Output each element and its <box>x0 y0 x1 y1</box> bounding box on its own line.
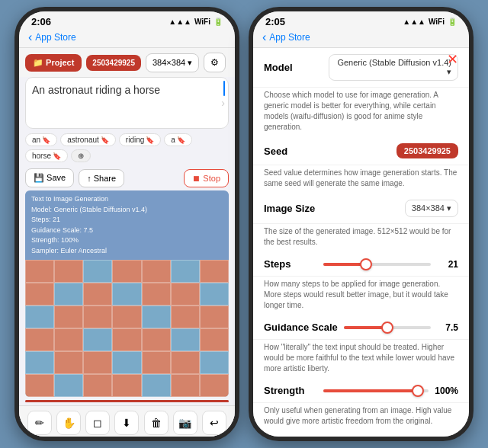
image-size-value: 384×384 ▾ <box>412 203 451 213</box>
left-time: 2:06 <box>31 16 51 27</box>
close-button[interactable]: ✕ <box>447 51 458 68</box>
tag-astronaut[interactable]: astronaut 🔖 <box>60 133 116 146</box>
grid-cell <box>83 351 112 374</box>
seed-button[interactable]: 2503429925 <box>86 55 141 71</box>
save-button[interactable]: 💾 Save <box>25 168 74 187</box>
seed-setting-row: Seed 2503429925 <box>253 137 469 165</box>
guidance-slider-thumb[interactable] <box>381 322 393 334</box>
grid-cell <box>25 306 54 328</box>
left-nav-bar: ‹ App Store <box>19 29 235 48</box>
expand-arrow-icon[interactable]: › <box>221 97 225 109</box>
tag-an[interactable]: an 🔖 <box>25 133 57 146</box>
tag-close-astronaut[interactable]: 🔖 <box>101 136 109 144</box>
seed-value[interactable]: 2503429925 <box>396 143 458 158</box>
grid-cell <box>200 260 229 283</box>
grid-cell <box>112 328 141 351</box>
left-phone: 2:06 ▲▲▲ WiFi 🔋 ‹ App Store 📁 Project 25… <box>14 7 239 441</box>
grid-cell <box>171 374 200 397</box>
info-line4: Guidance Scale: 7.5 <box>31 226 223 236</box>
grid-cell <box>25 260 54 283</box>
tag-close-horse[interactable]: 🔖 <box>53 152 61 160</box>
share-button[interactable]: ↑ Share <box>79 169 124 187</box>
image-size-select[interactable]: 384×384 ▾ <box>405 200 458 217</box>
grid-cell <box>25 283 54 306</box>
grid-cell <box>200 306 229 328</box>
wifi-icon: WiFi <box>194 18 210 26</box>
strength-value: 100% <box>435 386 458 396</box>
stop-button[interactable]: ⏹ Stop <box>184 169 229 187</box>
strength-slider-fill <box>323 389 418 392</box>
model-value: Generic (Stable Diffusion v1.4) ▾ <box>336 58 451 77</box>
grid-cell <box>83 328 112 351</box>
guidance-description: How "literally" the text input should be… <box>253 342 469 379</box>
left-status-bar: 2:06 ▲▲▲ WiFi 🔋 <box>19 11 235 29</box>
project-button[interactable]: 📁 Project <box>25 54 82 72</box>
progress-bar-container <box>25 400 229 402</box>
strength-slider-thumb[interactable] <box>412 385 424 397</box>
settings-content: Model Generic (Stable Diffusion v1.4) ▾ … <box>253 48 469 437</box>
tag-a[interactable]: a 🔖 <box>164 133 192 146</box>
right-time: 2:05 <box>265 16 285 27</box>
strength-slider-container: 100% <box>323 386 458 396</box>
bottom-toolbar: ✏ ✋ ◻ ⬇ 🗑 📷 ↩ <box>19 405 235 437</box>
image-size-setting-row: Image Size 384×384 ▾ <box>253 194 469 224</box>
settings-button[interactable]: ⚙ <box>204 53 226 72</box>
signal-icon: ▲▲▲ <box>169 18 191 26</box>
tool-undo[interactable]: ↩ <box>202 411 226 435</box>
right-back-arrow-icon[interactable]: ‹ <box>262 30 266 44</box>
tool-camera[interactable]: 📷 <box>173 411 197 435</box>
grid-cell <box>171 283 200 306</box>
grid-cell <box>171 260 200 283</box>
right-wifi-icon: WiFi <box>429 18 445 26</box>
tag-close-riding[interactable]: 🔖 <box>146 136 154 144</box>
tool-erase[interactable]: ◻ <box>85 411 110 435</box>
tag-horse[interactable]: horse 🔖 <box>25 149 68 162</box>
tag-close-a[interactable]: 🔖 <box>177 136 185 144</box>
right-battery-icon: 🔋 <box>448 18 457 26</box>
tag-close-an[interactable]: 🔖 <box>42 136 50 144</box>
left-phone-content: 📁 Project 2503429925 384×384 ▾ ⚙ An astr… <box>19 48 235 437</box>
size-button[interactable]: 384×384 ▾ <box>146 53 199 72</box>
steps-slider-container: 21 <box>323 259 458 270</box>
guidance-slider-track[interactable] <box>344 326 431 329</box>
right-status-icons: ▲▲▲ WiFi 🔋 <box>403 18 457 26</box>
grid-cell <box>200 374 229 397</box>
left-nav-store: App Store <box>35 32 75 43</box>
steps-slider-track[interactable] <box>323 263 431 266</box>
model-label: Model <box>264 62 317 73</box>
grid-cell <box>83 306 112 328</box>
grid-cell <box>171 328 200 351</box>
grid-cell <box>171 306 200 328</box>
tag-add[interactable]: ⊕ <box>71 149 91 162</box>
seed-label: Seed <box>264 146 317 157</box>
steps-slider-thumb[interactable] <box>360 258 372 270</box>
steps-description: How many steps to be applied for image g… <box>253 279 469 315</box>
back-arrow-icon[interactable]: ‹ <box>28 30 32 44</box>
grid-cell <box>112 260 141 283</box>
info-line2: Model: Generic (Stable Diffusion v1.4) <box>31 205 223 216</box>
grid-cell <box>171 351 200 374</box>
steps-setting-row: Steps 21 <box>253 252 469 277</box>
grid-cell <box>54 351 83 374</box>
tool-download[interactable]: ⬇ <box>114 411 139 435</box>
strength-label: Strength <box>264 385 317 396</box>
grid-cell <box>200 328 229 351</box>
prompt-textarea[interactable]: An astronaut riding a horse <box>32 84 222 122</box>
grid-cell <box>54 283 83 306</box>
grid-cell <box>142 374 171 397</box>
right-signal-icon: ▲▲▲ <box>403 18 425 26</box>
grid-cell <box>25 374 54 397</box>
guidance-slider-container: 7.5 <box>344 322 458 333</box>
grid-cell <box>54 328 83 351</box>
grid-cell <box>112 374 141 397</box>
info-line6: Sampler: Euler Ancestral <box>31 246 223 257</box>
model-select[interactable]: Generic (Stable Diffusion v1.4) ▾ <box>329 54 458 81</box>
tool-trash[interactable]: 🗑 <box>144 411 169 435</box>
strength-setting-row: Strength 100% <box>253 379 469 403</box>
tag-riding[interactable]: riding 🔖 <box>119 133 161 146</box>
right-nav-store: App Store <box>269 32 310 43</box>
tool-hand[interactable]: ✋ <box>56 411 81 435</box>
strength-slider-track[interactable] <box>323 389 429 392</box>
grid-cell <box>54 306 83 328</box>
tool-pencil[interactable]: ✏ <box>27 411 52 435</box>
